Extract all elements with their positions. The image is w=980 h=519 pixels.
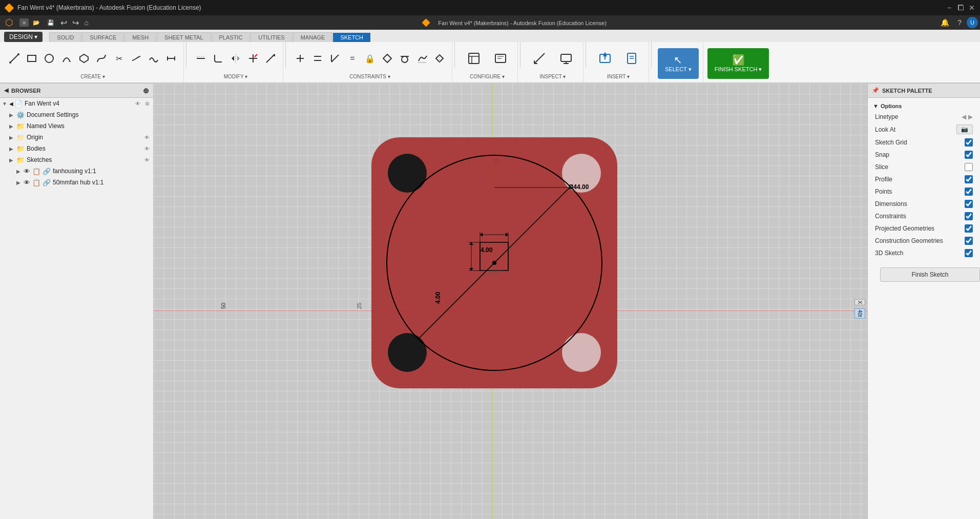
tab-sheet-metal[interactable]: SHEET METAL <box>157 32 211 42</box>
edge-angle-btn[interactable]: 40t <box>854 308 865 319</box>
parallel-tool[interactable] <box>309 50 326 67</box>
tree-label-50mmfan: 50mmfan hub v1:1 <box>53 179 151 186</box>
projected-geometries-checkbox[interactable] <box>965 224 973 233</box>
canvas-area[interactable]: 25 50 25 <box>154 84 867 519</box>
tree-action-gear-root[interactable]: ⚙ <box>143 99 151 108</box>
tree-item-named-views[interactable]: ▶ 📁 Named Views <box>0 120 153 132</box>
notification-icon[interactable]: 🔔 <box>937 17 952 28</box>
fix-tool[interactable] <box>379 50 395 67</box>
tree-item-origin[interactable]: ▶ 📁 Origin 👁 <box>0 132 153 143</box>
tree-label-sketches: Sketches <box>27 156 143 163</box>
tree-action-eye-sketches[interactable]: 👁 <box>143 156 151 164</box>
modify-label[interactable]: MODIFY ▾ <box>224 74 247 80</box>
line-tool[interactable] <box>6 50 23 67</box>
sketch-grid-checkbox[interactable] <box>965 138 973 147</box>
inspect-label[interactable]: INSPECT ▾ <box>540 74 566 80</box>
tree-action-eye-root[interactable]: 👁 <box>134 99 142 108</box>
browser-expand-icon[interactable]: ⊕ <box>143 87 149 95</box>
coincident-tool[interactable] <box>292 50 308 67</box>
finish-sketch-palette-button[interactable]: Finish Sketch <box>880 267 980 282</box>
circle-tool[interactable] <box>41 50 57 67</box>
design-dropdown[interactable]: DESIGN ▾ <box>4 32 43 42</box>
constraints-label[interactable]: CONSTRAINTS ▾ <box>349 74 390 80</box>
help-icon[interactable]: ? <box>954 17 965 28</box>
freeform-tool[interactable] <box>145 50 162 67</box>
measure-tool[interactable] <box>527 46 552 71</box>
quick-save[interactable]: 💾 <box>44 18 57 27</box>
linetype-next-btn[interactable]: ▶ <box>968 113 973 120</box>
construction-geometries-checkbox[interactable] <box>965 237 973 245</box>
sym-tool[interactable] <box>431 50 448 67</box>
tree-item-bodies[interactable]: ▶ 📁 Bodies 👁 <box>0 143 153 154</box>
insert-image-tool[interactable] <box>592 46 618 71</box>
separator-3 <box>454 42 455 68</box>
insert-label[interactable]: INSERT ▾ <box>607 74 630 80</box>
points-checkbox[interactable] <box>965 188 973 196</box>
look-at-label: Look At <box>875 126 895 133</box>
create-label[interactable]: CREATE ▾ <box>80 74 105 80</box>
maximize-button[interactable]: ⧠ <box>956 4 965 12</box>
tree-item-fanhousing[interactable]: ▶ 👁 📋 🔗 fanhousing v1:1 <box>0 165 153 177</box>
tree-item-doc-settings[interactable]: ▶ ⚙️ Document Settings <box>0 109 153 120</box>
offset-tool[interactable] <box>193 50 209 67</box>
palette-row-linetype: Linetype ◀ ▶ <box>868 111 980 122</box>
home-button[interactable]: ⌂ <box>82 18 90 27</box>
linetype-prev-btn[interactable]: ◀ <box>962 113 966 120</box>
minimize-button[interactable]: − <box>945 4 953 12</box>
constraints-checkbox[interactable] <box>965 212 973 220</box>
tab-utilities[interactable]: UTILITIES <box>251 32 292 42</box>
trim-modify-tool[interactable] <box>245 50 261 67</box>
point-tool[interactable] <box>163 50 179 67</box>
insert-dxf-tool[interactable] <box>619 46 644 71</box>
lock-tool[interactable]: 🔒 <box>362 50 378 67</box>
rectangle-tool[interactable] <box>24 50 40 67</box>
tab-sketch[interactable]: SKETCH <box>333 33 370 42</box>
palette-options-section[interactable]: ▼ Options <box>868 101 980 111</box>
arc-tool[interactable] <box>58 50 75 67</box>
tree-action-eye-bodies[interactable]: 👁 <box>143 144 151 153</box>
tab-surface[interactable]: SURFACE <box>82 32 124 42</box>
tab-mesh[interactable]: MESH <box>124 32 156 42</box>
tree-action-eye-origin[interactable]: 👁 <box>143 133 151 141</box>
perpendicular-tool[interactable] <box>327 50 343 67</box>
smooth-tool[interactable] <box>414 50 430 67</box>
snap-checkbox[interactable] <box>965 151 973 159</box>
profile-checkbox[interactable] <box>965 175 973 183</box>
configure-label[interactable]: CONFIGURE ▾ <box>470 74 505 80</box>
tree-item-sketches[interactable]: ▶ 📁 Sketches 👁 <box>0 154 153 165</box>
mirror-tool[interactable] <box>227 50 244 67</box>
polygon-tool[interactable] <box>76 50 92 67</box>
curve-tool[interactable] <box>128 50 144 67</box>
fillet-tool[interactable] <box>210 50 226 67</box>
user-avatar[interactable]: U <box>967 17 978 28</box>
undo-button[interactable]: ↩ <box>58 18 69 28</box>
redo-button[interactable]: ↪ <box>70 18 81 28</box>
browser-header: ◀ BROWSER ⊕ <box>0 84 153 98</box>
tree-arrow-fanhousing: ▶ <box>16 169 24 174</box>
tab-solid[interactable]: SOLID <box>49 32 81 42</box>
extend-tool[interactable] <box>262 50 279 67</box>
trim-tool[interactable]: ✂ <box>111 50 127 67</box>
finish-sketch-button[interactable]: ✅ FINISH SKETCH ▾ <box>707 48 769 79</box>
quick-new[interactable]: ≡ <box>19 18 29 27</box>
tab-plastic[interactable]: PLASTIC <box>212 32 251 42</box>
tree-item-50mmfan[interactable]: ▶ 👁 📋 🔗 50mmfan hub v1:1 <box>0 177 153 188</box>
tab-manage[interactable]: MANAGE <box>293 32 333 42</box>
configure-settings-tool[interactable] <box>461 46 487 71</box>
equal-tool[interactable]: = <box>344 50 361 67</box>
browser-collapse-icon[interactable]: ◀ <box>4 87 8 94</box>
tangent-tool[interactable] <box>397 50 413 67</box>
slice-checkbox[interactable] <box>965 163 973 171</box>
tree-item-root[interactable]: ▼ ◀ 📄 Fan Went v4 👁 ⚙ <box>0 98 153 109</box>
browser-panel: ◀ BROWSER ⊕ ▼ ◀ 📄 Fan Went v4 👁 ⚙ ▶ ⚙️ <box>0 84 154 519</box>
quick-open[interactable]: 📂 <box>30 18 43 27</box>
edge-x-btn[interactable]: X <box>854 299 865 305</box>
3d-sketch-checkbox[interactable] <box>965 249 973 257</box>
spline-tool[interactable] <box>93 50 110 67</box>
dimension-tool[interactable] <box>488 46 513 71</box>
dimensions-checkbox[interactable] <box>965 200 973 208</box>
select-button[interactable]: ↖ SELECT ▾ <box>658 48 699 79</box>
close-button[interactable]: ✕ <box>968 4 976 12</box>
inspect-display-tool[interactable] <box>553 46 579 71</box>
look-at-button[interactable]: 📷 <box>956 124 973 134</box>
